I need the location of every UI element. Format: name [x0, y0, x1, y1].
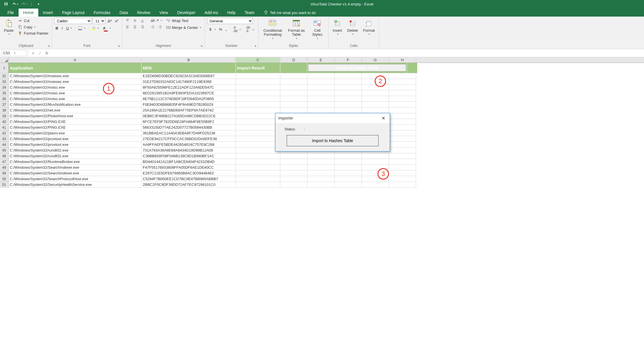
cell[interactable]: [389, 182, 416, 188]
cell[interactable]: [236, 96, 280, 102]
cell[interactable]: [389, 125, 416, 130]
qat-customize[interactable]: ▾: [35, 1, 42, 7]
cell[interactable]: C:/Windows/System32/SecurityHealthServic…: [9, 182, 142, 188]
row-header[interactable]: 39: [0, 113, 9, 119]
grow-font-button[interactable]: A▴: [106, 18, 113, 24]
cell[interactable]: [407, 63, 418, 73]
cell[interactable]: [362, 170, 389, 176]
cell[interactable]: [362, 90, 389, 96]
cell[interactable]: C:/Windows/System32/SearchProtocolHost.e…: [9, 176, 142, 182]
cell[interactable]: 731A783A36A8E69A6434D19D98B12A09: [142, 148, 236, 153]
cell[interactable]: [280, 170, 307, 176]
cell[interactable]: [280, 176, 307, 182]
cell[interactable]: [389, 90, 416, 96]
row-header[interactable]: 47: [0, 159, 9, 165]
cell[interactable]: [362, 108, 389, 113]
cell[interactable]: [335, 159, 362, 165]
bold-button[interactable]: B: [54, 25, 59, 31]
cell[interactable]: [236, 182, 280, 188]
column-header-B[interactable]: B: [142, 57, 236, 63]
row-header[interactable]: 50: [0, 176, 9, 182]
cell[interactable]: C:/Windows/System32/rundll32.exe: [9, 148, 142, 153]
cell[interactable]: [335, 165, 362, 170]
undo-button[interactable]: ▾: [11, 1, 19, 7]
cell[interactable]: [280, 182, 307, 188]
orientation-button[interactable]: ab↗▾: [150, 18, 163, 23]
cell[interactable]: [335, 108, 362, 113]
cell[interactable]: [335, 170, 362, 176]
shrink-font-button[interactable]: A▾: [114, 18, 120, 23]
cell[interactable]: 6FCE7EF9F762DD6E28FA864F8E55B9F2: [142, 119, 236, 125]
cell[interactable]: C:/Windows/System32/net.exe: [9, 108, 142, 113]
cell[interactable]: AA9FFAEFE5BDE442654824C757E9C288: [142, 142, 236, 148]
font-color-button[interactable]: A▾: [101, 25, 112, 31]
cell[interactable]: [335, 102, 362, 108]
cancel-formula-button[interactable]: ✕: [30, 50, 36, 56]
cell[interactable]: [389, 108, 416, 113]
cell[interactable]: [280, 165, 307, 170]
cell[interactable]: C:/Windows/System32/MusNotification.exe: [9, 102, 142, 108]
cell[interactable]: C:/Windows/System32/msiexec.exe: [9, 73, 142, 79]
cell[interactable]: [307, 182, 335, 188]
cell[interactable]: [362, 102, 389, 108]
cell[interactable]: [236, 125, 280, 130]
cell[interactable]: [389, 170, 416, 176]
cell[interactable]: [307, 108, 335, 113]
row-header[interactable]: 46: [0, 153, 9, 159]
cell[interactable]: C:/Windows/System32/plasrv.exe: [9, 130, 142, 136]
cell[interactable]: F47F55176933808FFA05DF8AE1DE40CC: [142, 165, 236, 170]
cell[interactable]: [236, 79, 280, 85]
format-cells-button[interactable]: Format▾: [361, 18, 377, 37]
cell[interactable]: [280, 96, 307, 102]
cell[interactable]: [236, 73, 280, 79]
cell[interactable]: [389, 102, 416, 108]
row-header[interactable]: 1: [0, 63, 9, 73]
tab-file[interactable]: File: [3, 9, 19, 17]
dialog-title-bar[interactable]: Importer ✕: [275, 113, 390, 123]
cell[interactable]: C:/Windows/System32/PING.EXE: [9, 125, 142, 130]
cell[interactable]: C:/Windows/System32/mstsc.exe: [9, 90, 142, 96]
cell[interactable]: C:/Windows/System32/mstsc.exe: [9, 85, 142, 90]
cell[interactable]: C:/Windows/System32/PING.EXE: [9, 119, 142, 125]
dialog-close-button[interactable]: ✕: [379, 115, 387, 121]
increase-decimal-button[interactable]: .0.00←: [232, 25, 243, 33]
cell[interactable]: 361BBAEAC11A40A3EBA8F7D49FD25238: [142, 130, 236, 136]
row-header[interactable]: 36: [0, 96, 9, 102]
cell[interactable]: [236, 85, 280, 90]
cut-button[interactable]: ✂Cut: [17, 18, 49, 23]
cell[interactable]: [236, 90, 280, 96]
align-bottom-button[interactable]: [139, 18, 146, 23]
column-header-H[interactable]: H: [389, 57, 416, 63]
cell[interactable]: [236, 176, 280, 182]
borders-button[interactable]: ▾: [77, 25, 86, 31]
tell-me-search[interactable]: Tell me what you want to do: [259, 9, 320, 17]
row-header[interactable]: 32: [0, 73, 9, 79]
cell[interactable]: [307, 170, 335, 176]
format-as-table-button[interactable]: Format as Table▾: [286, 18, 307, 41]
cell[interactable]: [236, 148, 280, 153]
row-header[interactable]: 48: [0, 165, 9, 170]
cell[interactable]: C:/Windows/System32/SearchIndexer.exe: [9, 165, 142, 170]
cell[interactable]: C:/Windows/System32/provtool.exe: [9, 136, 142, 142]
comma-button[interactable]: ,: [224, 27, 228, 32]
cell[interactable]: 8ED2615851B2A9FE993FEDA1023697CE: [142, 90, 236, 96]
row-header[interactable]: 45: [0, 148, 9, 153]
name-box[interactable]: C53▾: [1, 50, 27, 56]
cell[interactable]: 31E27D80332A83C1417480F2119E9366: [142, 79, 236, 85]
cell[interactable]: C:/Windows/System32/mstsc.exe: [9, 96, 142, 102]
cell[interactable]: [280, 90, 307, 96]
cell[interactable]: C5294F7B850EE1CD7BC8E87BB965ABBB7: [142, 176, 236, 182]
header-application[interactable]: Application: [9, 63, 142, 73]
align-right-button[interactable]: [139, 24, 146, 29]
cell[interactable]: 25A199A1E2276BD69AF75EF9A7AE9742: [142, 108, 236, 113]
tab-home[interactable]: Home: [19, 9, 38, 17]
cell[interactable]: [389, 148, 416, 153]
column-header-E[interactable]: E: [307, 57, 335, 63]
cell[interactable]: [307, 165, 335, 170]
tab-page-layout[interactable]: Page Layout: [57, 9, 89, 17]
cell[interactable]: 56633150D77AE242D07727B0564430BB: [142, 125, 236, 130]
cell[interactable]: [280, 102, 307, 108]
dialog-import-button[interactable]: Import to Hashes Table: [287, 135, 378, 146]
row-header[interactable]: 44: [0, 142, 9, 148]
cell[interactable]: [236, 136, 280, 142]
